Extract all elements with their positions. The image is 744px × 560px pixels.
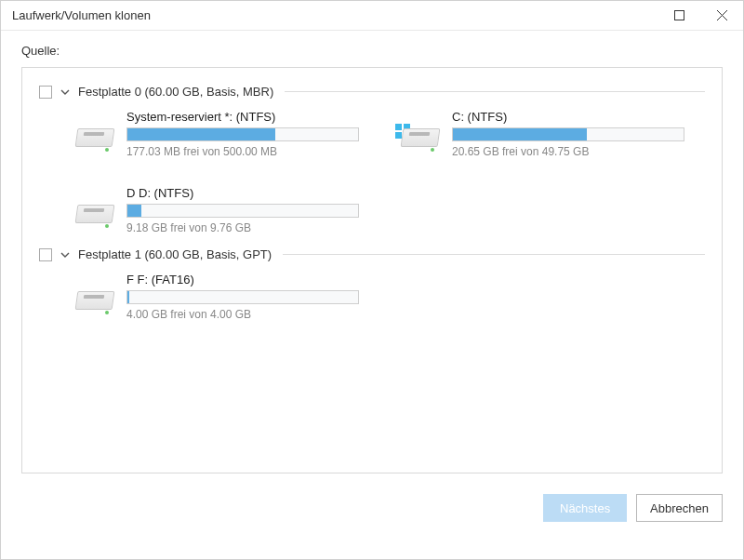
drive-icon (402, 128, 439, 154)
disk-label: Festplatte 1 (60.00 GB, Basis, GPT) (78, 247, 279, 261)
partition-item[interactable]: F F: (FAT16) 4.00 GB frei von 4.00 GB (76, 273, 365, 321)
svg-rect-3 (395, 124, 402, 130)
chevron-down-icon[interactable] (60, 249, 71, 260)
usage-bar (126, 290, 359, 304)
usage-bar (126, 127, 359, 141)
partition-free: 20.65 GB frei von 49.75 GB (452, 145, 690, 158)
drive-icon (76, 205, 113, 231)
source-label: Quelle: (21, 44, 723, 58)
next-button[interactable]: Nächstes (543, 494, 627, 522)
partition-list: F F: (FAT16) 4.00 GB frei von 4.00 GB (39, 269, 705, 334)
partition-item[interactable]: C: (NTFS) 20.65 GB frei von 49.75 GB (402, 110, 690, 158)
chevron-down-icon[interactable] (60, 87, 71, 98)
disk-divider (285, 91, 705, 92)
maximize-icon (674, 10, 684, 20)
disk-checkbox[interactable] (39, 248, 52, 261)
footer: Nächstes Abbrechen (1, 481, 743, 522)
disk-label: Festplatte 0 (60.00 GB, Basis, MBR) (78, 85, 281, 99)
disk-panel: Festplatte 0 (60.00 GB, Basis, MBR) Syst… (21, 67, 723, 473)
cancel-button[interactable]: Abbrechen (636, 494, 723, 522)
partition-free: 4.00 GB frei von 4.00 GB (126, 308, 365, 321)
disk-checkbox[interactable] (39, 86, 52, 99)
partition-free: 177.03 MB frei von 500.00 MB (126, 145, 365, 158)
partition-label: D D: (NTFS) (126, 186, 365, 200)
partition-item[interactable]: D D: (NTFS) 9.18 GB frei von 9.76 GB (76, 186, 365, 234)
usage-bar (126, 204, 359, 218)
content-area: Quelle: Festplatte 0 (60.00 GB, Basis, M… (1, 31, 743, 481)
disk-row[interactable]: Festplatte 0 (60.00 GB, Basis, MBR) (39, 85, 705, 99)
partition-label: C: (NTFS) (452, 110, 690, 124)
partition-list: System-reserviert *: (NTFS) 177.03 MB fr… (39, 106, 705, 247)
disk-divider (283, 254, 705, 255)
partition-label: F F: (FAT16) (126, 273, 365, 287)
partition-label: System-reserviert *: (NTFS) (126, 110, 365, 124)
disk-row[interactable]: Festplatte 1 (60.00 GB, Basis, GPT) (39, 247, 705, 261)
close-button[interactable] (700, 1, 743, 31)
titlebar: Laufwerk/Volumen klonen (1, 1, 743, 31)
close-icon (717, 10, 727, 20)
window-title: Laufwerk/Volumen klonen (12, 8, 658, 22)
drive-icon (76, 128, 113, 154)
partition-item[interactable]: System-reserviert *: (NTFS) 177.03 MB fr… (76, 110, 365, 158)
usage-bar (452, 127, 684, 141)
svg-rect-0 (674, 11, 684, 20)
partition-free: 9.18 GB frei von 9.76 GB (126, 221, 365, 234)
drive-icon (76, 291, 113, 317)
maximize-button[interactable] (658, 1, 700, 31)
